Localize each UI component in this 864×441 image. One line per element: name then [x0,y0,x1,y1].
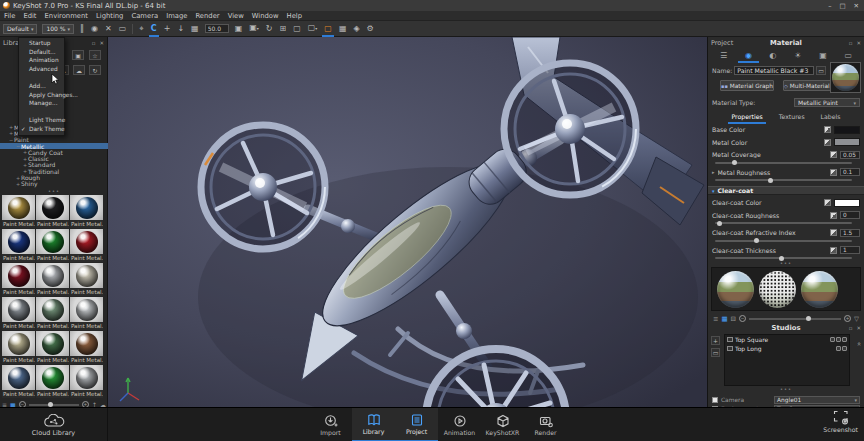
menu-item[interactable]: Camera [131,12,158,20]
property-tab[interactable]: Properties [731,113,762,122]
material-thumbnail[interactable]: Paint Metal... [2,229,35,262]
clearcoat-section-header[interactable]: ▾ Clear-coat [708,186,864,195]
studio-badge-icon[interactable] [842,346,847,351]
save-material-icon[interactable]: ▭ [816,66,826,75]
preview-sphere[interactable] [801,271,838,308]
fov-input[interactable] [205,24,229,33]
context-menu-item[interactable]: ✓ [19,108,64,117]
material-graph-button[interactable]: ▪▪ Material Graph [720,80,774,91]
splitter-handle[interactable]: ••• [0,188,108,193]
material-thumbnail[interactable]: Paint Metal... [70,365,103,398]
material-thumbnail[interactable]: Paint Metal... [2,365,35,398]
metal-coverage-slider[interactable] [715,160,852,165]
rectangle-select-icon[interactable]: ▭ [118,25,128,33]
metal-coverage-value[interactable]: 0.05 [840,151,860,159]
material-thumbnail[interactable]: Paint Metal... [36,263,69,296]
delete-studio-icon[interactable]: ▭ [711,348,720,357]
material-thumbnail[interactable]: Paint Metal... [36,229,69,262]
metal-color-swatch[interactable] [834,138,860,146]
performance-icon[interactable]: ◈ [352,25,360,33]
material-thumbnail[interactable]: Paint Metal... [36,365,69,398]
screenshot-button[interactable]: Screenshot [823,410,858,433]
refresh-icon[interactable]: ↻ [89,65,101,75]
dolly-tool-icon[interactable]: ↓ [176,25,185,33]
minimize-button[interactable]: – [828,2,831,10]
zoom-in-icon[interactable]: + [844,315,851,322]
cloud-library-button[interactable]: Cloud Library [0,408,108,441]
splitter-handle[interactable]: ••• [708,260,864,265]
tab-image-icon[interactable]: ▭ [844,51,852,60]
texture-map-icon[interactable] [830,151,837,158]
thumbnail-size-slider[interactable] [29,404,79,406]
material-thumbnail[interactable]: Paint Metal... [36,297,69,330]
property-tab[interactable]: Labels [821,113,841,122]
clearcoat-ior-slider[interactable] [715,238,852,243]
metal-roughness-value[interactable]: 0.1 [840,168,860,176]
clearcoat-roughness-slider[interactable] [715,220,852,225]
clearcoat-thickness-slider[interactable] [715,255,852,260]
context-menu-item[interactable]: ✓ Light Theme [19,116,64,125]
texture-map-icon[interactable] [824,199,831,206]
pivot-icon[interactable]: ⌖ [138,25,145,33]
material-thumbnail[interactable]: Paint Metal... [36,195,69,228]
context-menu-item[interactable]: ✓ Startup [19,39,64,48]
menu-item[interactable]: File [4,12,15,20]
menu-item[interactable]: Edit [23,12,36,20]
studio-badge-icon[interactable] [836,346,841,351]
clearcoat-roughness-value[interactable]: 0 [840,211,860,219]
copy-icon[interactable]: ⊞ [278,25,287,33]
dock-import-button[interactable]: Import [309,408,352,441]
binding-select[interactable]: Angle01▾ [774,396,860,404]
texture-map-icon[interactable] [824,126,831,133]
camera-presets-icon[interactable]: ▣▾ [248,24,260,33]
tab-environment-icon[interactable]: ◐ [770,51,777,60]
collapse-studios-icon[interactable]: « [855,342,863,346]
menu-item[interactable]: View [228,12,244,20]
material-thumbnail[interactable]: Paint Metal... [70,229,103,262]
camera-icon[interactable]: ▣ [234,25,244,33]
multi-material-button[interactable]: ◇ Multi-Material [783,80,831,91]
pause-realtime-icon[interactable]: ‖ [79,25,85,33]
favorites-star-icon[interactable]: ☆ [89,50,101,60]
material-thumbnail[interactable]: Paint Metal... [70,263,103,296]
cloud-upload-icon[interactable]: ☁ [73,65,85,75]
preset-combo[interactable]: Default▾ [3,24,37,34]
preview-size-slider[interactable] [749,318,841,320]
material-type-select[interactable]: Metallic Paint▾ [794,98,860,107]
texture-map-icon[interactable] [824,139,831,146]
studio-row[interactable]: Top Long [725,344,849,353]
dock-render-button[interactable]: Render [524,408,567,441]
dock-keyshotxr-button[interactable]: KeyShotXR [481,408,524,441]
active-display-icon[interactable]: ▢ [323,25,333,33]
grid-view-icon[interactable]: ▦ [721,315,727,323]
tumble-tool-icon[interactable]: C [150,25,158,33]
float-panel-icon[interactable]: ▫ [92,40,96,46]
filter-icon[interactable]: ▽ [854,315,859,323]
dock-animation-button[interactable]: Animation [438,408,481,441]
material-thumbnail[interactable]: Paint Metal... [36,331,69,364]
dock-library-button[interactable]: Library [352,408,395,441]
dock-project-button[interactable]: Project [395,408,438,441]
maximize-button[interactable]: □ [839,2,845,10]
material-thumbnail[interactable]: Paint Metal... [70,331,103,364]
display-icon[interactable]: ▢ [292,25,302,33]
add-studio-icon[interactable]: + [711,336,720,345]
context-menu-item[interactable]: ✓ Manage... [19,99,64,108]
material-thumbnail[interactable]: Paint Metal... [70,195,103,228]
tab-camera-icon[interactable]: ▣ [819,51,827,60]
tree-view-icon[interactable]: ⊟ [731,315,736,323]
tree-item[interactable]: + Shiny [0,181,108,187]
clearcoat-color-swatch[interactable] [834,199,860,207]
studio-badge-icon[interactable] [842,337,847,342]
context-menu-item[interactable]: ✓ Dark Theme [19,125,64,134]
studio-badge-icon[interactable] [836,337,841,342]
preview-sphere-dotted[interactable] [759,271,796,308]
region-render-icon[interactable]: ◉ [90,25,99,33]
texture-map-icon[interactable] [830,169,837,176]
rotor-upper-right[interactable] [504,63,636,195]
thumbnail-view-icon[interactable]: ▣ [72,50,84,60]
tab-lighting-icon[interactable]: ☀ [794,51,801,60]
list-view-icon[interactable]: ≡ [713,315,718,323]
menu-item[interactable]: Render [195,12,219,20]
texture-map-icon[interactable] [830,229,837,236]
